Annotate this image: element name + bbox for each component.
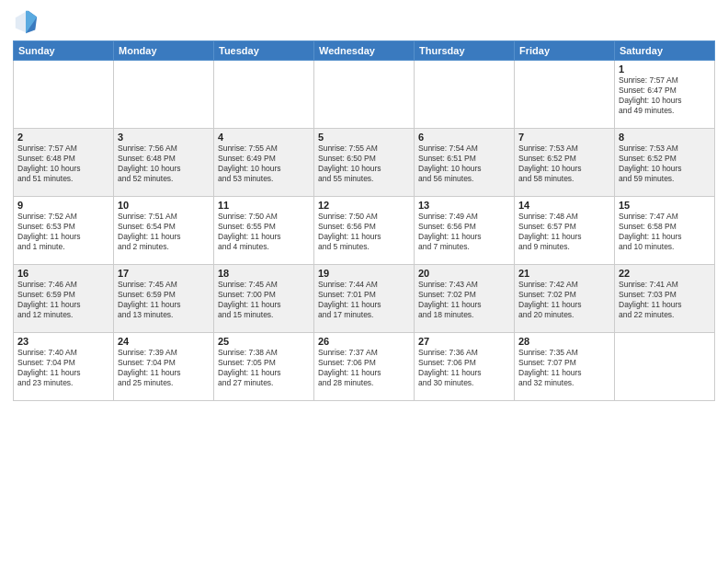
calendar-header-monday: Monday (114, 41, 214, 61)
calendar-cell: 5Sunrise: 7:55 AM Sunset: 6:50 PM Daylig… (314, 129, 415, 197)
day-number: 17 (118, 268, 210, 279)
calendar-cell (114, 61, 214, 129)
day-info: Sunrise: 7:54 AM Sunset: 6:51 PM Dayligh… (418, 144, 510, 184)
calendar-cell: 24Sunrise: 7:39 AM Sunset: 7:04 PM Dayli… (114, 333, 214, 401)
calendar-week-row: 16Sunrise: 7:46 AM Sunset: 6:59 PM Dayli… (14, 265, 715, 333)
day-number: 12 (318, 200, 410, 211)
calendar-week-row: 23Sunrise: 7:40 AM Sunset: 7:04 PM Dayli… (14, 333, 715, 401)
day-number: 9 (17, 200, 109, 211)
day-info: Sunrise: 7:44 AM Sunset: 7:01 PM Dayligh… (318, 280, 410, 320)
calendar-header-thursday: Thursday (415, 41, 515, 61)
calendar-cell: 21Sunrise: 7:42 AM Sunset: 7:02 PM Dayli… (515, 265, 615, 333)
calendar-cell (14, 61, 114, 129)
day-number: 28 (518, 336, 610, 347)
calendar-cell: 4Sunrise: 7:55 AM Sunset: 6:49 PM Daylig… (214, 129, 314, 197)
day-info: Sunrise: 7:56 AM Sunset: 6:48 PM Dayligh… (118, 144, 210, 184)
day-info: Sunrise: 7:57 AM Sunset: 6:47 PM Dayligh… (619, 75, 711, 116)
calendar-cell: 9Sunrise: 7:52 AM Sunset: 6:53 PM Daylig… (14, 197, 114, 265)
day-number: 18 (218, 268, 310, 279)
day-info: Sunrise: 7:55 AM Sunset: 6:49 PM Dayligh… (218, 144, 310, 184)
day-info: Sunrise: 7:35 AM Sunset: 7:07 PM Dayligh… (518, 348, 610, 388)
calendar-cell (515, 61, 615, 129)
calendar-cell: 15Sunrise: 7:47 AM Sunset: 6:58 PM Dayli… (615, 197, 715, 265)
day-number: 6 (418, 132, 510, 143)
header (13, 9, 715, 35)
calendar-week-row: 9Sunrise: 7:52 AM Sunset: 6:53 PM Daylig… (14, 197, 715, 265)
page: SundayMondayTuesdayWednesdayThursdayFrid… (0, 0, 728, 563)
day-number: 5 (318, 132, 410, 143)
day-number: 13 (418, 200, 510, 211)
day-info: Sunrise: 7:57 AM Sunset: 6:48 PM Dayligh… (17, 144, 109, 184)
calendar-header-friday: Friday (515, 41, 615, 61)
day-info: Sunrise: 7:53 AM Sunset: 6:52 PM Dayligh… (619, 144, 711, 184)
day-number: 22 (619, 268, 711, 279)
calendar-cell: 23Sunrise: 7:40 AM Sunset: 7:04 PM Dayli… (14, 333, 114, 401)
day-number: 3 (118, 132, 210, 143)
day-info: Sunrise: 7:37 AM Sunset: 7:06 PM Dayligh… (318, 348, 410, 388)
calendar-cell: 27Sunrise: 7:36 AM Sunset: 7:06 PM Dayli… (415, 333, 515, 401)
day-info: Sunrise: 7:53 AM Sunset: 6:52 PM Dayligh… (518, 144, 610, 184)
day-info: Sunrise: 7:46 AM Sunset: 6:59 PM Dayligh… (17, 280, 109, 320)
day-number: 10 (118, 200, 210, 211)
calendar-cell: 10Sunrise: 7:51 AM Sunset: 6:54 PM Dayli… (114, 197, 214, 265)
logo-icon (13, 9, 39, 35)
calendar-cell (214, 61, 314, 129)
day-number: 20 (418, 268, 510, 279)
day-info: Sunrise: 7:50 AM Sunset: 6:55 PM Dayligh… (218, 212, 310, 252)
calendar-cell: 1Sunrise: 7:57 AM Sunset: 6:47 PM Daylig… (615, 61, 715, 129)
logo (13, 9, 42, 35)
day-info: Sunrise: 7:45 AM Sunset: 7:00 PM Dayligh… (218, 280, 310, 320)
day-info: Sunrise: 7:47 AM Sunset: 6:58 PM Dayligh… (619, 212, 711, 252)
calendar-cell: 17Sunrise: 7:45 AM Sunset: 6:59 PM Dayli… (114, 265, 214, 333)
day-number: 11 (218, 200, 310, 211)
day-info: Sunrise: 7:52 AM Sunset: 6:53 PM Dayligh… (17, 212, 109, 252)
calendar-cell: 6Sunrise: 7:54 AM Sunset: 6:51 PM Daylig… (415, 129, 515, 197)
day-info: Sunrise: 7:43 AM Sunset: 7:02 PM Dayligh… (418, 280, 510, 320)
calendar-cell: 13Sunrise: 7:49 AM Sunset: 6:56 PM Dayli… (415, 197, 515, 265)
calendar-cell: 16Sunrise: 7:46 AM Sunset: 6:59 PM Dayli… (14, 265, 114, 333)
day-info: Sunrise: 7:48 AM Sunset: 6:57 PM Dayligh… (518, 212, 610, 252)
day-number: 16 (17, 268, 109, 279)
day-number: 8 (619, 132, 711, 143)
day-number: 25 (218, 336, 310, 347)
calendar-header-wednesday: Wednesday (314, 41, 415, 61)
calendar-cell (314, 61, 415, 129)
day-info: Sunrise: 7:36 AM Sunset: 7:06 PM Dayligh… (418, 348, 510, 388)
day-info: Sunrise: 7:50 AM Sunset: 6:56 PM Dayligh… (318, 212, 410, 252)
day-info: Sunrise: 7:39 AM Sunset: 7:04 PM Dayligh… (118, 348, 210, 388)
calendar: SundayMondayTuesdayWednesdayThursdayFrid… (13, 40, 715, 401)
calendar-cell: 18Sunrise: 7:45 AM Sunset: 7:00 PM Dayli… (214, 265, 314, 333)
calendar-cell: 8Sunrise: 7:53 AM Sunset: 6:52 PM Daylig… (615, 129, 715, 197)
calendar-cell (615, 333, 715, 401)
day-number: 19 (318, 268, 410, 279)
day-number: 4 (218, 132, 310, 143)
calendar-cell: 26Sunrise: 7:37 AM Sunset: 7:06 PM Dayli… (314, 333, 415, 401)
day-info: Sunrise: 7:51 AM Sunset: 6:54 PM Dayligh… (118, 212, 210, 252)
calendar-cell: 11Sunrise: 7:50 AM Sunset: 6:55 PM Dayli… (214, 197, 314, 265)
day-number: 7 (518, 132, 610, 143)
day-number: 14 (518, 200, 610, 211)
calendar-week-row: 1Sunrise: 7:57 AM Sunset: 6:47 PM Daylig… (14, 61, 715, 129)
day-info: Sunrise: 7:45 AM Sunset: 6:59 PM Dayligh… (118, 280, 210, 320)
day-info: Sunrise: 7:49 AM Sunset: 6:56 PM Dayligh… (418, 212, 510, 252)
day-info: Sunrise: 7:42 AM Sunset: 7:02 PM Dayligh… (518, 280, 610, 320)
day-number: 26 (318, 336, 410, 347)
day-info: Sunrise: 7:40 AM Sunset: 7:04 PM Dayligh… (17, 348, 109, 388)
calendar-cell: 20Sunrise: 7:43 AM Sunset: 7:02 PM Dayli… (415, 265, 515, 333)
calendar-week-row: 2Sunrise: 7:57 AM Sunset: 6:48 PM Daylig… (14, 129, 715, 197)
day-info: Sunrise: 7:55 AM Sunset: 6:50 PM Dayligh… (318, 144, 410, 184)
day-number: 23 (17, 336, 109, 347)
day-number: 21 (518, 268, 610, 279)
calendar-header-row: SundayMondayTuesdayWednesdayThursdayFrid… (14, 41, 715, 61)
calendar-cell: 28Sunrise: 7:35 AM Sunset: 7:07 PM Dayli… (515, 333, 615, 401)
calendar-cell: 12Sunrise: 7:50 AM Sunset: 6:56 PM Dayli… (314, 197, 415, 265)
day-info: Sunrise: 7:41 AM Sunset: 7:03 PM Dayligh… (619, 280, 711, 320)
calendar-cell: 3Sunrise: 7:56 AM Sunset: 6:48 PM Daylig… (114, 129, 214, 197)
calendar-cell: 7Sunrise: 7:53 AM Sunset: 6:52 PM Daylig… (515, 129, 615, 197)
calendar-cell: 22Sunrise: 7:41 AM Sunset: 7:03 PM Dayli… (615, 265, 715, 333)
calendar-header-tuesday: Tuesday (214, 41, 314, 61)
day-number: 15 (619, 200, 711, 211)
calendar-cell: 19Sunrise: 7:44 AM Sunset: 7:01 PM Dayli… (314, 265, 415, 333)
calendar-header-sunday: Sunday (14, 41, 114, 61)
day-number: 2 (17, 132, 109, 143)
